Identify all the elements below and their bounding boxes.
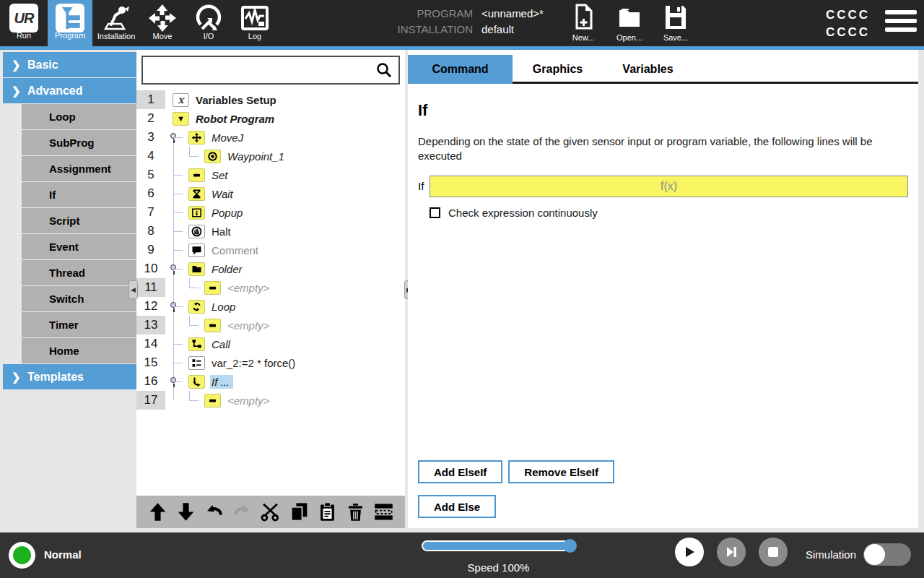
tree-row[interactable]: 3MoveJ (136, 128, 405, 147)
cut-icon[interactable] (259, 501, 282, 523)
halt-icon (188, 225, 205, 238)
open-folder-icon (617, 3, 642, 30)
add-elseif-button[interactable]: Add ElseIf (418, 460, 502, 483)
program-installation-labels: PROGRAM INSTALLATION (365, 7, 473, 39)
nav-installation[interactable]: Installation (94, 0, 139, 46)
check-expression-checkbox[interactable] (430, 207, 440, 218)
tree-row-number: 5 (136, 165, 165, 184)
tree-row[interactable]: 10Folder (136, 259, 405, 278)
sidebar-item-home[interactable]: Home (22, 338, 136, 363)
sidebar-item-assignment[interactable]: Assignment (22, 156, 136, 181)
variables-icon: x (173, 93, 189, 107)
loop-icon (188, 300, 205, 314)
nav-program[interactable]: Program (48, 0, 92, 46)
tree-row[interactable]: 7Popup (136, 203, 405, 222)
stop-button[interactable] (759, 538, 788, 566)
if-expression-field[interactable]: f(x) (430, 176, 908, 197)
simulation-toggle[interactable] (863, 543, 911, 566)
tree-row-number: 4 (136, 147, 165, 165)
tree-row-number: 14 (136, 335, 165, 353)
tree-row[interactable]: 12Loop (136, 297, 405, 316)
status-green-light (13, 546, 31, 564)
tree-row-label: Variables Setup (196, 94, 276, 106)
tree-row[interactable]: 16If ... (136, 372, 405, 391)
tree-row-label: Set (212, 169, 228, 181)
step-button[interactable] (717, 538, 746, 566)
sidebar-item-switch[interactable]: Switch (22, 286, 136, 311)
sidebar-splitter-handle[interactable]: ◀ (128, 280, 138, 299)
tree-row[interactable]: 4Waypoint_1 (136, 147, 405, 165)
tree-row-number: 6 (136, 184, 165, 203)
tree-row[interactable]: 9Comment (136, 241, 405, 259)
tree-row-label: Robot Program (196, 113, 274, 125)
tree-row[interactable]: 1xVariables Setup (136, 90, 405, 109)
tree-row-label: <empty> (227, 282, 269, 294)
tree-row-label: Loop (212, 301, 235, 313)
remove-elseif-button[interactable]: Remove ElseIf (508, 460, 614, 483)
tree-row[interactable]: 15var_2:=2 * force() (136, 353, 405, 372)
nav-log[interactable]: Log (232, 0, 277, 46)
tree-row-label: Comment (212, 244, 258, 256)
redo-icon[interactable] (231, 501, 254, 523)
panel-tabs: Command Graphics Variables (408, 50, 918, 84)
robot-status-indicator[interactable] (9, 542, 35, 569)
tree-row[interactable]: 13<empty> (136, 316, 405, 335)
nav-move[interactable]: Move (140, 0, 185, 46)
tree-row-label: Folder (212, 263, 243, 275)
undo-icon[interactable] (203, 501, 226, 523)
sidebar-section-basic[interactable]: ❯ Basic (3, 52, 136, 77)
sidebar-item-thread[interactable]: Thread (22, 260, 136, 285)
sidebar-item-script[interactable]: Script (22, 208, 136, 233)
tree-row[interactable]: 8Halt (136, 222, 405, 241)
nav-io[interactable]: I/O (186, 0, 231, 46)
tab-graphics[interactable]: Graphics (513, 55, 603, 84)
sidebar-item-subprog[interactable]: SubProg (22, 130, 136, 155)
tree-row[interactable]: 5Set (136, 165, 405, 184)
nav-run[interactable]: UR Run (1, 0, 46, 46)
tree-row-label: var_2:=2 * force() (212, 357, 295, 369)
add-else-button[interactable]: Add Else (418, 495, 496, 518)
sidebar-item-timer[interactable]: Timer (22, 312, 136, 337)
sidebar-item-if[interactable]: If (22, 182, 136, 207)
command-description: Depending on the state of the given sens… (418, 134, 894, 164)
open-program-button[interactable]: Open... (609, 3, 650, 43)
move-down-icon[interactable] (174, 501, 197, 523)
paste-icon[interactable] (315, 501, 339, 523)
tree-row-label: <empty> (227, 394, 269, 407)
tree-row[interactable]: 14Call (136, 335, 405, 353)
tab-variables[interactable]: Variables (603, 55, 693, 84)
tree-search-input[interactable] (144, 59, 372, 82)
if-expression-label: If (418, 180, 430, 192)
speed-slider-knob[interactable] (563, 539, 577, 553)
speed-slider[interactable] (422, 540, 575, 551)
hamburger-menu-button[interactable] (885, 10, 917, 38)
new-program-button[interactable]: New... (563, 3, 603, 43)
move-up-icon[interactable] (146, 501, 169, 523)
tree-row[interactable]: 17<empty> (136, 391, 405, 410)
tree-row[interactable]: 6Wait (136, 184, 405, 203)
tree-row-number: 7 (136, 203, 165, 222)
tree-row-label: Halt (212, 225, 231, 238)
play-button[interactable] (675, 538, 704, 566)
command-panel: Command Graphics Variables If Depending … (408, 50, 918, 528)
tree-row-label: Popup (212, 207, 243, 219)
tree-row[interactable]: 11<empty> (136, 278, 405, 297)
empty-icon (204, 319, 221, 332)
top-bar: UR Run Program Installation Move I/O Log… (0, 0, 924, 46)
sidebar-section-templates[interactable]: ❯ Templates (3, 364, 136, 389)
delete-icon[interactable] (344, 501, 367, 523)
program-tree: 1xVariables Setup2▼Robot Program3MoveJ4W… (136, 90, 405, 496)
move-nav-icon (147, 3, 178, 33)
tab-command[interactable]: Command (408, 55, 513, 84)
sidebar-item-event[interactable]: Event (22, 234, 136, 259)
tree-row[interactable]: 2▼Robot Program (136, 109, 405, 128)
search-button[interactable] (371, 59, 397, 82)
sidebar-item-loop[interactable]: Loop (22, 104, 136, 129)
clock-display: CCCC CCCC (801, 7, 870, 41)
save-program-button[interactable]: Save... (655, 3, 696, 43)
sidebar-section-advanced[interactable]: ❯ Advanced (3, 78, 136, 103)
suppress-icon[interactable] (372, 501, 396, 523)
tree-row-number: 13 (136, 316, 165, 335)
speed-value-label: Speed 100% (422, 561, 575, 574)
copy-icon[interactable] (287, 501, 310, 523)
